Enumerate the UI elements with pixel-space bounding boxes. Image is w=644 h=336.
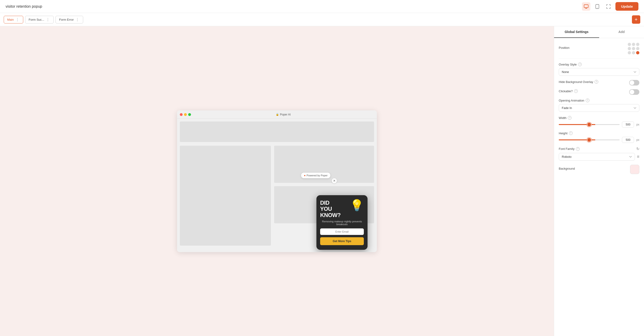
position-grid [628, 43, 639, 54]
main-layout: 🔒 Poper AI ● Powered by Poper [0, 26, 644, 336]
pos-dot-mr[interactable] [636, 47, 639, 50]
width-slider-row: px [559, 122, 639, 128]
tab-global-settings[interactable]: Global Settings [554, 26, 599, 38]
font-family-help[interactable]: ? [576, 147, 580, 151]
tab-form-success[interactable]: Form Suc... ⋮ [25, 16, 54, 24]
browser-content: ● Powered by Poper ✕ DIDYOUKNOW? 💡 Remov… [177, 119, 377, 252]
font-menu-icon[interactable]: ≡ [637, 154, 639, 159]
desktop-view-btn[interactable] [582, 2, 590, 11]
browser-url: 🔒 Poper AI [276, 113, 291, 116]
popup-close-button[interactable]: ✕ [332, 178, 337, 183]
font-row: Roboto ≡ [559, 153, 639, 160]
background-label: Background [559, 167, 575, 170]
position-label: Position [559, 46, 570, 50]
powered-by-banner: ● Powered by Poper [301, 173, 330, 178]
pos-dot-bc[interactable] [632, 51, 635, 54]
svg-point-2 [597, 8, 598, 8]
opening-animation-row: Opening Animation ? Fade In [559, 98, 639, 112]
popup-card: DIDYOUKNOW? 💡 Removing makeup nightly pr… [316, 195, 368, 250]
add-tab-button[interactable]: + [632, 15, 640, 24]
background-swatch[interactable] [630, 165, 639, 174]
font-family-select[interactable]: Roboto [559, 153, 635, 160]
font-refresh-icon[interactable]: ↻ [636, 146, 639, 151]
hide-overlay-row: Hide Background Overlay ? [559, 80, 639, 86]
popup-email-input[interactable] [320, 228, 364, 235]
width-label: Width ? [559, 116, 639, 120]
tab-form-error[interactable]: Form Error ⋮ [56, 16, 83, 24]
popup-subtitle: Removing makeup nightly prevents breakou… [320, 220, 364, 226]
powered-by-text: Powered by Poper [307, 174, 328, 177]
pos-dot-bl[interactable] [628, 51, 631, 54]
opening-animation-select[interactable]: Fade In [559, 104, 639, 112]
dot-yellow [184, 113, 187, 116]
height-unit: px [636, 138, 639, 142]
height-row: Height ? px [559, 131, 639, 143]
clickable-help[interactable]: ? [574, 89, 578, 93]
tab-form-error-more[interactable]: ⋮ [75, 18, 80, 22]
width-row: Width ? px [559, 116, 639, 128]
width-unit: px [636, 123, 639, 126]
overlay-style-help[interactable]: ? [578, 62, 582, 66]
pos-dot-tr[interactable] [636, 43, 639, 46]
tab-add[interactable]: Add [599, 26, 644, 38]
pos-dot-br[interactable] [636, 51, 639, 54]
mobile-view-btn[interactable] [593, 2, 602, 11]
pos-dot-tc[interactable] [632, 43, 635, 46]
width-value-input[interactable] [622, 122, 634, 128]
content-block-top [180, 122, 374, 142]
font-family-row: Font Family ? ↻ Roboto ≡ [559, 146, 639, 160]
hide-overlay-label: Hide Background Overlay ? [559, 80, 598, 84]
svg-rect-0 [584, 5, 588, 8]
overlay-style-label: Overlay Style ? [559, 62, 639, 66]
browser-chrome: 🔒 Poper AI [177, 110, 377, 119]
divider-1 [559, 58, 639, 59]
height-slider[interactable] [559, 140, 620, 140]
hide-overlay-toggle[interactable] [629, 80, 639, 86]
topbar-actions: Update [582, 2, 638, 11]
width-slider[interactable] [559, 124, 620, 125]
lock-icon: 🔒 [276, 113, 279, 116]
update-button[interactable]: Update [616, 2, 638, 11]
tab-main-more[interactable]: ⋮ [15, 18, 20, 22]
pos-dot-tl[interactable] [628, 43, 631, 46]
fullscreen-btn[interactable] [604, 2, 613, 11]
pos-dot-mc[interactable] [632, 47, 635, 50]
tab-form-success-more[interactable]: ⋮ [46, 18, 50, 22]
tab-main[interactable]: Main ⋮ [4, 16, 23, 24]
height-slider-row: px [559, 137, 639, 143]
panel-header: Global Settings Add [554, 26, 644, 38]
hide-overlay-help[interactable]: ? [594, 80, 598, 84]
popup-title: DIDYOUKNOW? [320, 200, 340, 218]
opening-animation-help[interactable]: ? [586, 98, 590, 102]
opening-animation-label: Opening Animation ? [559, 98, 639, 102]
tabs-bar: Main ⋮ Form Suc... ⋮ Form Error ⋮ + [0, 13, 644, 26]
clickable-label: Clickable? ? [559, 89, 578, 93]
clickable-row: Clickable? ? [559, 89, 639, 95]
overlay-style-select[interactable]: None [559, 68, 639, 76]
canvas-area: 🔒 Poper AI ● Powered by Poper [0, 26, 554, 336]
overlay-style-row: Overlay Style ? None [559, 62, 639, 76]
page-title: visitor retention popup [6, 4, 42, 8]
position-section: Position [559, 43, 639, 54]
toggle-knob-clickable [630, 90, 634, 94]
clickable-toggle[interactable] [629, 89, 639, 95]
popup-header: DIDYOUKNOW? 💡 [320, 200, 364, 218]
right-panel: Global Settings Add Position [554, 26, 644, 336]
browser-mockup: 🔒 Poper AI ● Powered by Poper [177, 110, 377, 252]
width-help[interactable]: ? [568, 116, 572, 120]
content-block-left [180, 146, 271, 246]
height-value-input[interactable] [622, 137, 634, 143]
height-label: Height ? [559, 131, 639, 135]
dot-red [180, 113, 182, 116]
topbar: visitor retention popup Update [0, 0, 644, 13]
dot-green [188, 113, 191, 116]
font-family-label: Font Family ? ↻ [559, 146, 639, 151]
bulb-icon: 💡 [350, 200, 364, 211]
popup-cta-button[interactable]: Get More Tips [320, 237, 364, 245]
height-help[interactable]: ? [569, 131, 573, 135]
background-row: Background [559, 165, 639, 174]
panel-body: Position Overlay Style ? [554, 38, 644, 182]
poper-logo-icon: ● [304, 174, 306, 177]
toggle-knob-hide-overlay [630, 80, 634, 85]
pos-dot-ml[interactable] [628, 47, 631, 50]
